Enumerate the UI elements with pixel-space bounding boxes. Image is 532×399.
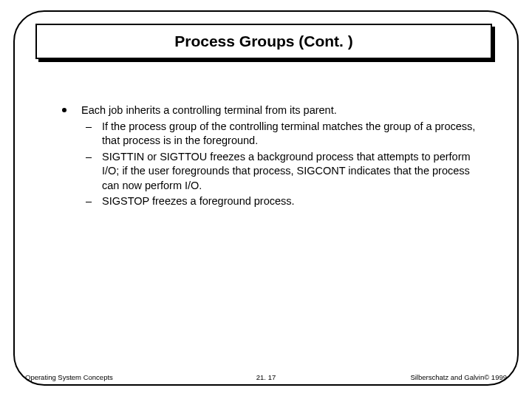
slide-title: Process Groups (Cont. ) <box>174 33 353 50</box>
subbullet-text: SIGTTIN or SIGTTOU freezes a background … <box>102 151 471 191</box>
slide-body: Each job inherits a controlling terminal… <box>59 103 488 209</box>
bullet-level1: Each job inherits a controlling terminal… <box>59 103 488 118</box>
slide-footer: Operating System Concepts 21. 17 Silbers… <box>25 373 507 381</box>
dash-icon: – <box>86 150 92 165</box>
dash-icon: – <box>86 120 92 134</box>
title-box: Process Groups (Cont. ) <box>35 24 492 59</box>
bullet-level2: – SIGSTOP freezes a foreground process. <box>59 194 488 209</box>
footer-left: Operating System Concepts <box>25 373 113 381</box>
bullet-dot-icon <box>62 108 66 112</box>
bullet-level2: – If the process group of the controllin… <box>59 120 488 149</box>
bullet-text: Each job inherits a controlling terminal… <box>81 104 337 116</box>
footer-center: 21. 17 <box>256 373 276 381</box>
subbullet-text: If the process group of the controlling … <box>102 120 475 147</box>
bullet-level2: – SIGTTIN or SIGTTOU freezes a backgroun… <box>59 150 488 194</box>
footer-right: Silberschatz and Galvin© 1999 <box>410 373 507 381</box>
subbullet-text: SIGSTOP freezes a foreground process. <box>102 195 295 207</box>
dash-icon: – <box>86 194 92 209</box>
